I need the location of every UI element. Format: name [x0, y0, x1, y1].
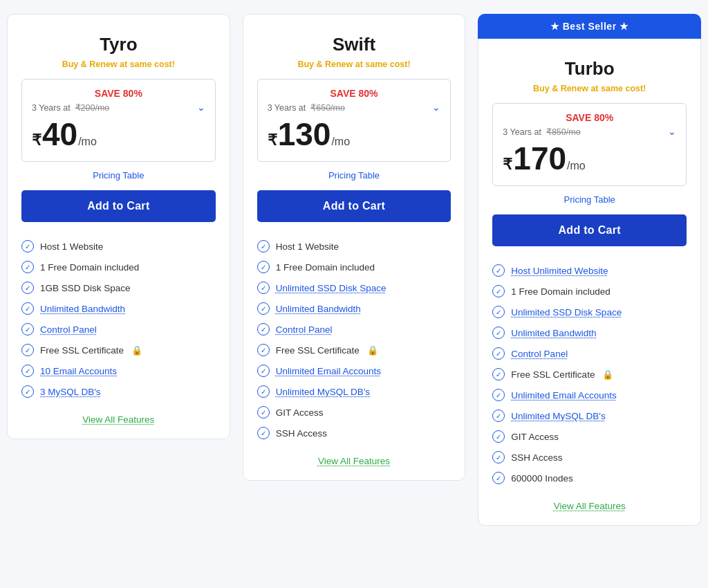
check-icon-tyro-5: ✓ — [21, 344, 34, 356]
current-price-turbo: ₹ 170 /mo — [503, 140, 676, 177]
feature-text-turbo-0[interactable]: Host Unlimited Website — [511, 266, 608, 276]
best-seller-banner: ★ Best Seller ★ — [478, 14, 701, 39]
plan-tagline-tyro: Buy & Renew at same cost! — [21, 59, 216, 69]
years-label-swift: 3 Years at ₹650/mo — [268, 102, 345, 113]
check-icon-swift-1: ✓ — [257, 261, 270, 273]
current-price-tyro: ₹ 40 /mo — [32, 116, 205, 153]
feature-text-swift-3[interactable]: Unlimited Bandwidth — [276, 304, 361, 314]
feature-item-swift-5: ✓ Free SSL Certificate🔒 — [257, 340, 451, 360]
feature-item-tyro-1: ✓ 1 Free Domain included — [21, 257, 216, 277]
feature-item-tyro-5: ✓ Free SSL Certificate🔒 — [21, 340, 216, 360]
plan-name-tyro: Tyro — [21, 34, 216, 55]
feature-text-turbo-5: Free SSL Certificate — [511, 369, 595, 380]
feature-text-tyro-4[interactable]: Control Panel — [40, 324, 97, 335]
feature-item-turbo-5: ✓ Free SSL Certificate🔒 — [492, 364, 687, 385]
original-price-row-swift: 3 Years at ₹650/mo ⌄ — [268, 102, 441, 113]
dropdown-icon-turbo[interactable]: ⌄ — [668, 126, 676, 137]
currency-symbol-swift: ₹ — [268, 129, 277, 151]
feature-item-turbo-3: ✓ Unlimited Bandwidth — [492, 322, 687, 343]
feature-item-swift-4: ✓ Control Panel — [257, 319, 451, 340]
check-icon-tyro-7: ✓ — [21, 385, 34, 398]
plan-tagline-swift: Buy & Renew at same cost! — [257, 59, 451, 69]
price-value-swift: 130 — [278, 116, 331, 153]
save-label-turbo: SAVE 80% — [503, 112, 676, 123]
pricing-table-link-turbo[interactable]: Pricing Table — [492, 194, 687, 205]
dropdown-icon-tyro[interactable]: ⌄ — [197, 102, 205, 113]
feature-text-turbo-7[interactable]: Unlimited MySQL DB's — [511, 411, 605, 421]
feature-text-swift-1: 1 Free Domain included — [276, 262, 375, 273]
feature-text-swift-6[interactable]: Unlimited Email Accounts — [276, 366, 381, 376]
feature-text-swift-2[interactable]: Unlimited SSD Disk Space — [276, 283, 386, 293]
feature-text-turbo-10: 600000 Inodes — [511, 473, 572, 484]
check-icon-turbo-7: ✓ — [492, 410, 505, 422]
feature-item-swift-6: ✓ Unlimited Email Accounts — [257, 360, 451, 381]
feature-item-turbo-7: ✓ Unlimited MySQL DB's — [492, 405, 687, 426]
plan-name-swift: Swift — [257, 34, 451, 55]
feature-item-tyro-2: ✓ 1GB SSD Disk Space — [21, 277, 216, 298]
feature-text-swift-9: SSH Access — [276, 428, 327, 439]
price-value-tyro: 40 — [42, 116, 77, 153]
feature-text-swift-5: Free SSL Certificate — [276, 345, 360, 356]
feature-item-turbo-4: ✓ Control Panel — [492, 343, 687, 364]
lock-icon-swift-5: 🔒 — [367, 345, 378, 356]
view-all-link-tyro[interactable]: View All Features — [21, 414, 216, 425]
feature-item-swift-7: ✓ Unlimited MySQL DB's — [257, 381, 451, 402]
check-icon-swift-5: ✓ — [257, 344, 270, 356]
per-mo-tyro: /mo — [78, 136, 97, 148]
price-box-swift: SAVE 80% 3 Years at ₹650/mo ⌄ ₹ 130 /mo — [257, 79, 451, 162]
features-list-tyro: ✓ Host 1 Website ✓ 1 Free Domain include… — [21, 236, 216, 402]
feature-text-tyro-1: 1 Free Domain included — [40, 262, 139, 273]
feature-text-turbo-6[interactable]: Unlimited Email Accounts — [511, 390, 616, 401]
feature-item-tyro-7: ✓ 3 MySQL DB's — [21, 381, 216, 402]
add-to-cart-btn-swift[interactable]: Add to Cart — [257, 190, 451, 222]
feature-item-swift-3: ✓ Unlimited Bandwidth — [257, 298, 451, 319]
feature-text-tyro-0: Host 1 Website — [40, 241, 103, 252]
view-all-link-turbo[interactable]: View All Features — [492, 501, 687, 511]
check-icon-tyro-6: ✓ — [21, 365, 34, 377]
price-box-tyro: SAVE 80% 3 Years at ₹200/mo ⌄ ₹ 40 /mo — [21, 79, 216, 162]
feature-text-tyro-7[interactable]: 3 MySQL DB's — [40, 387, 101, 397]
feature-item-tyro-6: ✓ 10 Email Accounts — [21, 360, 216, 381]
current-price-swift: ₹ 130 /mo — [268, 116, 441, 153]
features-list-swift: ✓ Host 1 Website ✓ 1 Free Domain include… — [257, 236, 451, 443]
feature-text-swift-4[interactable]: Control Panel — [276, 324, 333, 335]
feature-item-swift-1: ✓ 1 Free Domain included — [257, 257, 451, 277]
feature-item-tyro-3: ✓ Unlimited Bandwidth — [21, 298, 216, 319]
add-to-cart-btn-tyro[interactable]: Add to Cart — [21, 190, 216, 222]
feature-item-swift-0: ✓ Host 1 Website — [257, 236, 451, 257]
save-label-tyro: SAVE 80% — [32, 88, 205, 99]
feature-text-tyro-3[interactable]: Unlimited Bandwidth — [40, 304, 125, 314]
years-label-tyro: 3 Years at ₹200/mo — [32, 102, 109, 113]
feature-item-turbo-1: ✓ 1 Free Domain included — [492, 281, 687, 302]
check-icon-turbo-10: ✓ — [492, 472, 505, 484]
check-icon-turbo-6: ✓ — [492, 389, 505, 401]
pricing-table-link-tyro[interactable]: Pricing Table — [21, 170, 216, 181]
check-icon-tyro-0: ✓ — [21, 240, 34, 252]
feature-text-turbo-2[interactable]: Unlimited SSD Disk Space — [511, 307, 622, 318]
feature-text-turbo-3[interactable]: Unlimited Bandwidth — [511, 328, 596, 338]
dropdown-icon-swift[interactable]: ⌄ — [432, 102, 440, 113]
feature-item-swift-8: ✓ GIT Access — [257, 402, 451, 423]
price-value-turbo: 170 — [513, 140, 566, 177]
feature-item-turbo-6: ✓ Unlimited Email Accounts — [492, 385, 687, 405]
feature-text-swift-7[interactable]: Unlimited MySQL DB's — [276, 387, 370, 397]
feature-item-turbo-10: ✓ 600000 Inodes — [492, 468, 687, 488]
plan-tagline-turbo: Buy & Renew at same cost! — [492, 84, 687, 93]
check-icon-turbo-2: ✓ — [492, 306, 505, 318]
pricing-table-link-swift[interactable]: Pricing Table — [257, 170, 451, 181]
feature-text-turbo-8: GIT Access — [511, 432, 559, 442]
check-icon-tyro-4: ✓ — [21, 323, 34, 336]
original-price-turbo: ₹850/mo — [546, 127, 581, 137]
check-icon-tyro-3: ✓ — [21, 302, 34, 315]
currency-symbol-turbo: ₹ — [503, 153, 512, 176]
view-all-link-swift[interactable]: View All Features — [257, 456, 451, 466]
plan-name-turbo: Turbo — [492, 58, 687, 80]
add-to-cart-btn-turbo[interactable]: Add to Cart — [492, 214, 687, 246]
check-icon-tyro-2: ✓ — [21, 282, 34, 294]
feature-text-turbo-4[interactable]: Control Panel — [511, 349, 568, 359]
feature-text-tyro-6[interactable]: 10 Email Accounts — [40, 366, 117, 376]
original-price-row-turbo: 3 Years at ₹850/mo ⌄ — [503, 126, 676, 137]
check-icon-swift-4: ✓ — [257, 323, 270, 336]
check-icon-turbo-0: ✓ — [492, 264, 505, 277]
check-icon-turbo-9: ✓ — [492, 451, 505, 463]
